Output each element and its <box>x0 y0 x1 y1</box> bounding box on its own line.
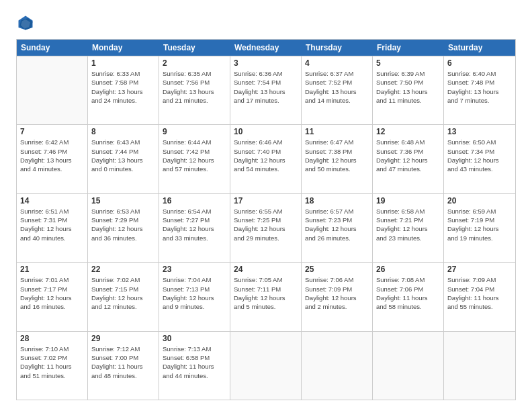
calendar-cell: 20Sunrise: 6:59 AM Sunset: 7:19 PM Dayli… <box>444 194 515 262</box>
header-day-saturday: Saturday <box>444 40 515 56</box>
calendar-cell <box>373 332 444 400</box>
day-info: Sunrise: 6:50 AM Sunset: 7:34 PM Dayligh… <box>447 138 512 173</box>
day-info: Sunrise: 6:36 AM Sunset: 7:54 PM Dayligh… <box>234 69 298 105</box>
logo-icon <box>16 13 35 32</box>
calendar-cell: 27Sunrise: 7:09 AM Sunset: 7:04 PM Dayli… <box>444 263 515 330</box>
calendar-cell <box>444 332 515 400</box>
day-info: Sunrise: 6:35 AM Sunset: 7:56 PM Dayligh… <box>163 69 226 105</box>
day-number: 20 <box>447 196 512 205</box>
day-info: Sunrise: 6:46 AM Sunset: 7:40 PM Dayligh… <box>234 138 298 173</box>
day-number: 30 <box>163 334 226 343</box>
day-number: 9 <box>163 127 226 136</box>
day-info: Sunrise: 6:58 AM Sunset: 7:21 PM Dayligh… <box>376 207 440 242</box>
day-info: Sunrise: 6:57 AM Sunset: 7:23 PM Dayligh… <box>305 207 369 242</box>
day-info: Sunrise: 6:54 AM Sunset: 7:27 PM Dayligh… <box>163 207 226 242</box>
day-number: 4 <box>305 58 369 68</box>
day-number: 21 <box>20 265 84 274</box>
day-number: 22 <box>91 265 155 274</box>
calendar-cell: 13Sunrise: 6:50 AM Sunset: 7:34 PM Dayli… <box>444 125 515 193</box>
header-day-monday: Monday <box>88 40 159 56</box>
day-info: Sunrise: 6:42 AM Sunset: 7:46 PM Dayligh… <box>20 138 84 173</box>
calendar-cell: 8Sunrise: 6:43 AM Sunset: 7:44 PM Daylig… <box>88 125 159 193</box>
day-info: Sunrise: 6:44 AM Sunset: 7:42 PM Dayligh… <box>163 138 226 173</box>
day-number: 26 <box>376 265 440 274</box>
day-info: Sunrise: 7:04 AM Sunset: 7:13 PM Dayligh… <box>163 275 226 311</box>
calendar-cell: 1Sunrise: 6:33 AM Sunset: 7:58 PM Daylig… <box>88 56 159 124</box>
day-number: 19 <box>376 196 440 205</box>
calendar-row-0: 1Sunrise: 6:33 AM Sunset: 7:58 PM Daylig… <box>17 56 515 124</box>
day-info: Sunrise: 6:55 AM Sunset: 7:25 PM Dayligh… <box>234 207 298 242</box>
day-info: Sunrise: 6:51 AM Sunset: 7:31 PM Dayligh… <box>20 207 84 242</box>
calendar-cell: 30Sunrise: 7:13 AM Sunset: 6:58 PM Dayli… <box>159 332 230 400</box>
calendar-cell: 16Sunrise: 6:54 AM Sunset: 7:27 PM Dayli… <box>159 194 230 262</box>
calendar-row-2: 14Sunrise: 6:51 AM Sunset: 7:31 PM Dayli… <box>17 193 515 262</box>
day-info: Sunrise: 6:37 AM Sunset: 7:52 PM Dayligh… <box>305 69 369 105</box>
calendar-cell: 19Sunrise: 6:58 AM Sunset: 7:21 PM Dayli… <box>373 194 444 262</box>
day-number: 15 <box>91 196 155 205</box>
day-number: 17 <box>234 196 298 205</box>
calendar-cell: 26Sunrise: 7:08 AM Sunset: 7:06 PM Dayli… <box>373 263 444 330</box>
day-info: Sunrise: 6:47 AM Sunset: 7:38 PM Dayligh… <box>305 138 369 173</box>
day-number: 11 <box>305 127 369 136</box>
page: SundayMondayTuesdayWednesdayThursdayFrid… <box>0 0 532 411</box>
day-info: Sunrise: 7:12 AM Sunset: 7:00 PM Dayligh… <box>91 345 155 380</box>
day-number: 14 <box>20 196 84 205</box>
day-number: 23 <box>163 265 226 274</box>
calendar-row-4: 28Sunrise: 7:10 AM Sunset: 7:02 PM Dayli… <box>17 331 515 400</box>
day-info: Sunrise: 6:43 AM Sunset: 7:44 PM Dayligh… <box>91 138 155 173</box>
calendar-cell: 7Sunrise: 6:42 AM Sunset: 7:46 PM Daylig… <box>17 125 88 193</box>
day-info: Sunrise: 7:02 AM Sunset: 7:15 PM Dayligh… <box>91 275 155 311</box>
day-info: Sunrise: 6:40 AM Sunset: 7:48 PM Dayligh… <box>447 69 512 105</box>
day-number: 8 <box>91 127 155 136</box>
calendar-cell: 11Sunrise: 6:47 AM Sunset: 7:38 PM Dayli… <box>302 125 373 193</box>
day-number: 24 <box>234 265 298 274</box>
day-info: Sunrise: 7:13 AM Sunset: 6:58 PM Dayligh… <box>163 345 226 380</box>
day-info: Sunrise: 6:59 AM Sunset: 7:19 PM Dayligh… <box>447 207 512 242</box>
calendar-cell: 6Sunrise: 6:40 AM Sunset: 7:48 PM Daylig… <box>444 56 515 124</box>
calendar-cell <box>17 56 88 124</box>
day-number: 16 <box>163 196 226 205</box>
calendar-body: 1Sunrise: 6:33 AM Sunset: 7:58 PM Daylig… <box>17 56 515 400</box>
day-number: 29 <box>91 334 155 343</box>
day-number: 28 <box>20 334 84 343</box>
day-number: 13 <box>447 127 512 136</box>
calendar-cell: 2Sunrise: 6:35 AM Sunset: 7:56 PM Daylig… <box>159 56 230 124</box>
day-number: 12 <box>376 127 440 136</box>
header-day-wednesday: Wednesday <box>230 40 302 56</box>
calendar-cell: 17Sunrise: 6:55 AM Sunset: 7:25 PM Dayli… <box>230 194 302 262</box>
day-info: Sunrise: 7:10 AM Sunset: 7:02 PM Dayligh… <box>20 345 84 380</box>
calendar-cell: 10Sunrise: 6:46 AM Sunset: 7:40 PM Dayli… <box>230 125 302 193</box>
calendar-cell: 4Sunrise: 6:37 AM Sunset: 7:52 PM Daylig… <box>302 56 373 124</box>
calendar-row-3: 21Sunrise: 7:01 AM Sunset: 7:17 PM Dayli… <box>17 262 515 330</box>
header-day-sunday: Sunday <box>17 40 88 56</box>
calendar-cell: 22Sunrise: 7:02 AM Sunset: 7:15 PM Dayli… <box>88 263 159 330</box>
calendar-cell: 25Sunrise: 7:06 AM Sunset: 7:09 PM Dayli… <box>302 263 373 330</box>
day-number: 5 <box>376 58 440 68</box>
calendar-cell: 12Sunrise: 6:48 AM Sunset: 7:36 PM Dayli… <box>373 125 444 193</box>
calendar: SundayMondayTuesdayWednesdayThursdayFrid… <box>16 39 516 400</box>
calendar-cell: 3Sunrise: 6:36 AM Sunset: 7:54 PM Daylig… <box>230 56 302 124</box>
calendar-cell: 24Sunrise: 7:05 AM Sunset: 7:11 PM Dayli… <box>230 263 302 330</box>
calendar-cell: 15Sunrise: 6:53 AM Sunset: 7:29 PM Dayli… <box>88 194 159 262</box>
day-info: Sunrise: 7:05 AM Sunset: 7:11 PM Dayligh… <box>234 275 298 311</box>
calendar-cell: 21Sunrise: 7:01 AM Sunset: 7:17 PM Dayli… <box>17 263 88 330</box>
day-info: Sunrise: 7:06 AM Sunset: 7:09 PM Dayligh… <box>305 275 369 311</box>
calendar-row-1: 7Sunrise: 6:42 AM Sunset: 7:46 PM Daylig… <box>17 124 515 193</box>
calendar-cell: 18Sunrise: 6:57 AM Sunset: 7:23 PM Dayli… <box>302 194 373 262</box>
calendar-cell <box>230 332 302 400</box>
header-day-thursday: Thursday <box>302 40 373 56</box>
logo <box>16 13 38 32</box>
day-info: Sunrise: 6:39 AM Sunset: 7:50 PM Dayligh… <box>376 69 440 105</box>
day-info: Sunrise: 6:53 AM Sunset: 7:29 PM Dayligh… <box>91 207 155 242</box>
header-day-tuesday: Tuesday <box>159 40 230 56</box>
calendar-cell: 28Sunrise: 7:10 AM Sunset: 7:02 PM Dayli… <box>17 332 88 400</box>
day-number: 7 <box>20 127 84 136</box>
header-day-friday: Friday <box>373 40 444 56</box>
day-number: 1 <box>91 58 155 68</box>
calendar-cell <box>302 332 373 400</box>
day-number: 27 <box>447 265 512 274</box>
day-info: Sunrise: 6:48 AM Sunset: 7:36 PM Dayligh… <box>376 138 440 173</box>
calendar-cell: 29Sunrise: 7:12 AM Sunset: 7:00 PM Dayli… <box>88 332 159 400</box>
day-info: Sunrise: 7:09 AM Sunset: 7:04 PM Dayligh… <box>447 275 512 311</box>
day-number: 10 <box>234 127 298 136</box>
